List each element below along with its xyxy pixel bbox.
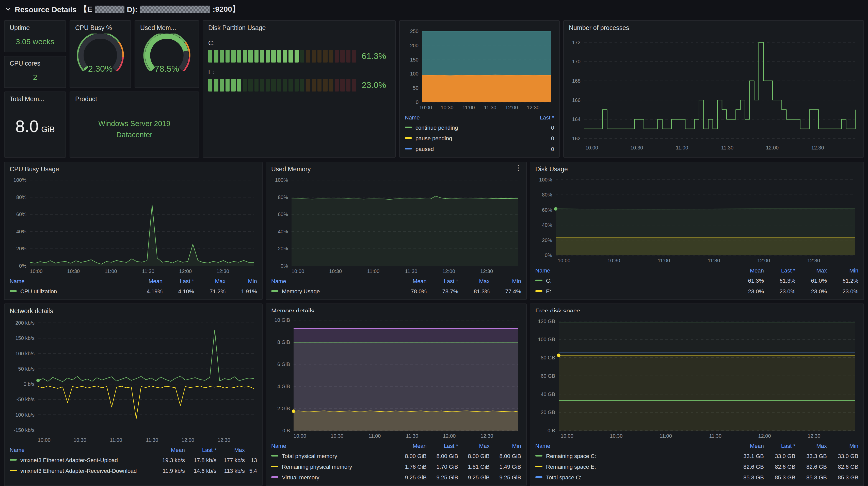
legend-item[interactable]: continue pending0 xyxy=(405,122,554,133)
legend-series-name[interactable]: C: xyxy=(546,277,552,283)
legend-item[interactable]: vmxnet3 Ethernet Adapter-Received-Downlo… xyxy=(10,465,257,476)
legend-header-name[interactable]: Name xyxy=(535,267,733,274)
panel-title[interactable]: Network details xyxy=(10,307,257,316)
svg-text:200 kb/s: 200 kb/s xyxy=(15,320,34,325)
legend-header-name[interactable]: Name xyxy=(535,443,733,449)
used-memory-chart[interactable]: 0%20%40%60%80%100%10:0010:3011:0011:3012… xyxy=(271,174,521,275)
legend-item[interactable]: CPU utilization4.19%4.10%71.2%1.91% xyxy=(10,286,257,296)
panel-service-status: Service status 05010015020025010:0010:30… xyxy=(399,20,560,158)
panel-title[interactable]: Free disk space xyxy=(535,307,858,312)
legend-value: 0 xyxy=(532,146,554,152)
svg-text:11:30: 11:30 xyxy=(709,433,722,439)
legend-series-name[interactable]: continue pending xyxy=(415,124,458,131)
legend-header-col[interactable]: Max xyxy=(795,267,827,274)
legend-header-name[interactable]: Name xyxy=(405,114,532,120)
legend-header-col[interactable]: Min xyxy=(490,443,521,449)
legend-header-col[interactable]: Mean xyxy=(395,443,427,449)
dashboard-row-header[interactable]: Resource Details 【E D): :9200】 xyxy=(0,0,868,18)
legend-item[interactable]: Virtual memory9.25 GiB9.25 GiB9.25 GiB9.… xyxy=(271,472,521,482)
legend-series-name[interactable]: Total space C: xyxy=(546,474,581,480)
processes-chart[interactable]: 16216416616817017210:0010:3011:0011:3012… xyxy=(569,33,858,151)
legend-item[interactable]: Remaining space C:33.1 GB33.0 GB33.3 GB3… xyxy=(535,450,858,461)
panel-network-details: Network details 200 kb/s150 kb/s100 kb/s… xyxy=(4,304,262,486)
panel-title[interactable]: Number of processes xyxy=(569,23,858,32)
panel-disk-partition: Disk Partition Usage C:61.3%E:23.0% xyxy=(203,20,396,158)
legend-header-name[interactable]: Name xyxy=(271,443,395,449)
panel-title[interactable]: Product xyxy=(75,94,193,104)
legend-header-col[interactable]: Min xyxy=(827,443,858,449)
panel-title[interactable]: Memory details xyxy=(271,307,521,312)
legend-header-col[interactable]: Mean xyxy=(733,443,764,449)
legend-item[interactable]: E:23.0%23.0%23.0%23.0% xyxy=(535,286,858,296)
legend-series-name[interactable]: pause pending xyxy=(415,135,452,141)
legend-header-name[interactable]: Name xyxy=(271,278,395,284)
panel-title[interactable]: Total Mem... xyxy=(10,94,60,104)
panel-title[interactable]: Uptime xyxy=(10,23,60,32)
legend-value: 4.19% xyxy=(131,288,162,294)
cpu-usage-chart[interactable]: 0%20%40%60%80%100%10:0010:3011:0011:3012… xyxy=(10,174,257,275)
legend-item[interactable]: Memory Usage78.0%78.7%81.3%77.4% xyxy=(271,286,521,296)
legend-header-name[interactable]: Name xyxy=(10,447,153,453)
legend-series-name[interactable]: CPU utilization xyxy=(20,288,57,294)
panel-title[interactable]: Disk Usage xyxy=(535,165,858,173)
legend-header-col[interactable]: Last * xyxy=(185,447,216,453)
legend-header-col[interactable]: Last * xyxy=(427,278,458,284)
legend-series-name[interactable]: Remaining space C: xyxy=(546,453,596,459)
legend-header-col[interactable]: Max xyxy=(194,278,225,284)
svg-text:0 B: 0 B xyxy=(548,428,555,433)
legend-item[interactable]: paused0 xyxy=(405,143,554,154)
legend-header-col[interactable]: Max xyxy=(216,447,245,453)
disk-usage-chart[interactable]: 0%20%40%60%80%100%10:0010:3011:0011:3012… xyxy=(535,174,858,264)
legend-value: 61.2% xyxy=(827,277,858,283)
panel-title[interactable]: Service status xyxy=(405,23,554,25)
network-legend: NameMeanLast *Maxvmxnet3 Ethernet Adapte… xyxy=(10,445,257,476)
legend-header-col[interactable]: Max xyxy=(458,278,490,284)
legend-series-name[interactable]: Virtual memory xyxy=(282,474,319,480)
network-chart[interactable]: 200 kb/s150 kb/s100 kb/s50 kb/s0 b/s-50 … xyxy=(10,317,257,444)
legend-series-name[interactable]: vmxnet3 Ethernet Adapter-Sent-Upload xyxy=(20,457,118,463)
free-disk-chart[interactable]: 0 B20 GB40 GB60 GB80 GB100 GB120 GB10:00… xyxy=(535,313,858,440)
legend-header-name[interactable]: Name xyxy=(10,278,131,284)
legend-item[interactable]: Total physical memory8.00 GiB8.00 GiB8.0… xyxy=(271,450,521,461)
legend-series-name[interactable]: Remaining physical memory xyxy=(282,463,352,469)
panel-title[interactable]: CPU Busy Usage xyxy=(10,165,257,173)
service-status-chart[interactable]: 05010015020025010:0010:3011:0011:3012:00… xyxy=(405,26,554,111)
legend-item[interactable]: Remaining physical memory1.76 GiB1.70 Gi… xyxy=(271,461,521,472)
legend-header-col[interactable]: Min xyxy=(490,278,521,284)
legend-header-col[interactable]: Max xyxy=(795,443,827,449)
legend-header-col[interactable]: Last * xyxy=(764,443,795,449)
legend-header-col[interactable]: Mean xyxy=(733,267,764,274)
row-title-text: Resource Details xyxy=(15,5,76,13)
legend-header-col[interactable]: Last * xyxy=(764,267,795,274)
legend-header-col[interactable]: Min xyxy=(827,267,858,274)
legend-header-col[interactable]: Mean xyxy=(395,278,427,284)
legend-header-col[interactable]: Last * xyxy=(427,443,458,449)
legend-item[interactable]: vmxnet3 Ethernet Adapter-Sent-Upload19.3… xyxy=(10,455,257,465)
legend-series-name[interactable]: vmxnet3 Ethernet Adapter-Received-Downlo… xyxy=(20,467,137,474)
used-memory-legend: NameMeanLast *MaxMinMemory Usage78.0%78.… xyxy=(271,277,521,296)
legend-item[interactable]: Remaining space E:82.6 GB82.6 GB82.6 GB8… xyxy=(535,461,858,472)
legend-item[interactable]: C:61.3%61.3%61.0%61.2% xyxy=(535,275,858,286)
legend-header-col[interactable]: Last * xyxy=(532,114,554,120)
legend-header-col[interactable]: Mean xyxy=(131,278,162,284)
legend-series-name[interactable]: Remaining space E: xyxy=(546,463,596,469)
legend-item[interactable]: pause pending0 xyxy=(405,133,554,143)
panel-title[interactable]: Disk Partition Usage xyxy=(208,23,390,32)
legend-series-name[interactable]: E: xyxy=(546,288,551,294)
legend-header-col[interactable]: Min xyxy=(225,278,257,284)
legend-item[interactable]: Total space C:85.3 GB85.3 GB85.3 GB85.3 … xyxy=(535,472,858,482)
legend-series-name[interactable]: Total physical memory xyxy=(282,453,337,459)
legend-header-col[interactable]: Max xyxy=(458,443,490,449)
svg-text:0%: 0% xyxy=(19,263,26,269)
panel-title[interactable]: CPU cores xyxy=(10,59,60,68)
panel-title[interactable]: CPU Busy % xyxy=(75,23,125,32)
panel-title[interactable]: Used Memory xyxy=(271,165,521,173)
memory-details-chart[interactable]: 0 B2 GiB4 GiB6 GiB8 GiB10 GiB10:0010:301… xyxy=(271,313,521,440)
chevron-down-icon[interactable] xyxy=(5,6,11,12)
legend-series-name[interactable]: Memory Usage xyxy=(282,288,320,294)
panel-menu-icon[interactable]: ⋮ xyxy=(515,164,522,171)
legend-header-col[interactable]: Mean xyxy=(153,447,185,453)
legend-series-name[interactable]: paused xyxy=(415,146,434,152)
legend-header-col[interactable]: Last * xyxy=(162,278,194,284)
panel-title[interactable]: Used Mem... xyxy=(140,23,193,32)
